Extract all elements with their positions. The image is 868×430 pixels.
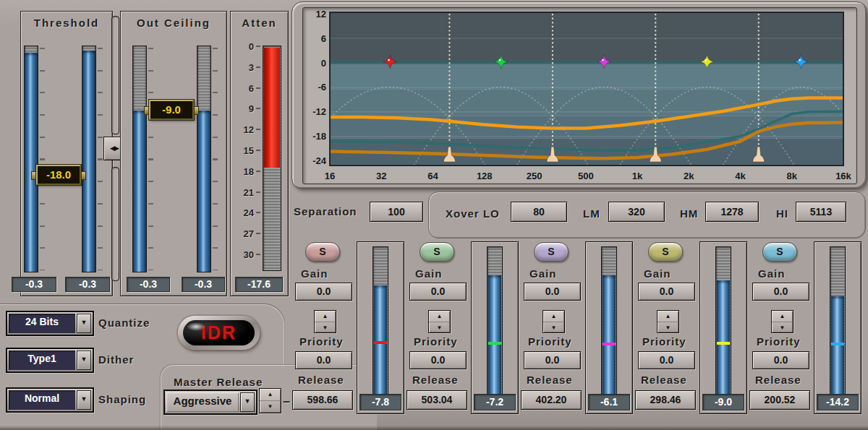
master-release-select[interactable]: Aggressive ▼ (163, 390, 258, 415)
band4-solo-button[interactable]: S (648, 242, 683, 262)
band2-gain-stepper[interactable]: ▲▼ (428, 310, 451, 333)
stepper-up-icon[interactable]: ▲ (260, 389, 281, 401)
band2-priority-field[interactable]: 0.0 (409, 351, 467, 369)
quantize-select[interactable]: 24 Bits ▼ (6, 311, 94, 336)
band3-release-field[interactable]: 402.20 (521, 390, 582, 410)
band3-gain-field[interactable]: 0.0 (524, 283, 581, 301)
band2-meter-marker (488, 342, 501, 345)
band5-meter-track (830, 246, 846, 395)
band4-priority-field[interactable]: 0.0 (638, 351, 695, 369)
stepper-up-icon[interactable]: ▲ (543, 311, 564, 322)
y-axis-tick-label: -24 (312, 155, 327, 166)
band3-meter: -6.1 (585, 241, 633, 414)
shaping-select[interactable]: Normal ▼ (6, 387, 94, 413)
bottom-shadow (0, 426, 868, 430)
threshold-fader-right[interactable] (82, 46, 96, 272)
dither-dropdown-arrow-icon[interactable]: ▼ (77, 351, 91, 370)
stepper-down-icon[interactable]: ▼ (772, 322, 793, 333)
quantize-label: Quantize (98, 317, 150, 329)
band1-release-label: Release (298, 374, 344, 386)
atten-scale-dash (256, 46, 260, 47)
x-axis-tick-label: 2k (684, 171, 694, 181)
atten-scale-tick: 3 (235, 62, 254, 73)
band4-gain-field[interactable]: 0.0 (638, 283, 695, 301)
dither-value: Type1 (9, 351, 75, 370)
xover-hm-field[interactable]: 1278 (705, 202, 759, 222)
out-ceiling-fader-left[interactable] (132, 46, 147, 272)
band4-meter: -9.0 (699, 241, 747, 414)
threshold-value-tag[interactable]: -18.0 (36, 165, 81, 185)
stepper-up-icon[interactable]: ▲ (772, 311, 793, 322)
band3-priority-field[interactable]: 0.0 (524, 351, 581, 369)
xover-hi-label: HI (776, 207, 788, 220)
xover-lo-field[interactable]: 80 (511, 202, 567, 222)
band5-release-field[interactable]: 200.52 (749, 390, 810, 410)
band1-meter-readout: -7.8 (359, 394, 401, 410)
shaping-dropdown-arrow-icon[interactable]: ▼ (77, 390, 91, 410)
stepper-down-icon[interactable]: ▼ (658, 322, 678, 333)
shaping-label: Shaping (98, 393, 146, 405)
quantize-dropdown-arrow-icon[interactable]: ▼ (77, 314, 91, 333)
out-ceiling-panel: Out Ceiling (120, 11, 227, 296)
out-ceiling-fader-right[interactable] (197, 46, 211, 272)
band1-priority-field[interactable]: 0.0 (295, 351, 352, 369)
band1-release-field[interactable]: 598.66 (292, 390, 353, 410)
band4-gain-label: Gain (644, 267, 671, 280)
graph-screen: 1260-6-12-18-241632641282505001k2k4k8k16… (302, 7, 857, 184)
band4-release-field[interactable]: 298.46 (635, 390, 696, 410)
stepper-down-icon[interactable]: ▼ (429, 322, 450, 333)
out-ceiling-value-tag[interactable]: -9.0 (149, 100, 194, 120)
separation-field[interactable]: 100 (370, 202, 423, 222)
stepper-up-icon[interactable]: ▲ (658, 311, 678, 322)
band2-meter-readout: -7.2 (474, 394, 516, 410)
atten-scale-dash (256, 129, 260, 130)
threshold-readout-right: -0.3 (65, 277, 110, 292)
threshold-scale-left (40, 48, 45, 270)
band2-release-field[interactable]: 503.04 (407, 390, 467, 410)
shaping-value: Normal (9, 390, 75, 410)
atten-scale-tick: 9 (235, 103, 254, 114)
x-axis-tick-label: 500 (578, 171, 594, 181)
band5-gain-field[interactable]: 0.0 (752, 283, 809, 301)
dither-select[interactable]: Type1 ▼ (6, 348, 94, 373)
x-axis-tick-label: 4k (735, 171, 746, 181)
band2-release-label: Release (412, 374, 459, 386)
stepper-down-icon[interactable]: ▼ (315, 322, 336, 333)
band2-gain-field[interactable]: 0.0 (409, 283, 467, 301)
atten-meter-fill (264, 48, 280, 168)
master-release-dropdown-arrow-icon[interactable]: ▼ (240, 392, 255, 412)
atten-scale-tick: 15 (235, 145, 254, 156)
atten-scale-dash (256, 192, 260, 193)
frequency-graph[interactable]: 1260-6-12-18-241632641282505001k2k4k8k16… (303, 8, 856, 184)
stepper-up-icon[interactable]: ▲ (315, 311, 336, 322)
master-release-stepper[interactable]: ▲ ▼ (259, 388, 281, 413)
band5-gain-stepper[interactable]: ▲▼ (771, 310, 793, 333)
threshold-fader-left[interactable] (24, 46, 38, 272)
band1-meter-track (373, 246, 388, 395)
band5-priority-field[interactable]: 0.0 (752, 351, 809, 369)
band1-gain-stepper[interactable]: ▲▼ (314, 310, 336, 333)
band5-meter: -14.2 (814, 241, 861, 414)
band3-priority-label: Priority (528, 335, 572, 348)
band3-solo-button[interactable]: S (534, 242, 569, 262)
atten-scale-tick: 6 (235, 83, 254, 94)
band3-gain-stepper[interactable]: ▲▼ (542, 310, 565, 333)
stepper-down-icon[interactable]: ▼ (260, 401, 281, 413)
stepper-up-icon[interactable]: ▲ (429, 311, 450, 322)
band3-meter-track (601, 246, 617, 395)
y-axis-tick-label: -18 (312, 131, 326, 142)
stepper-down-icon[interactable]: ▼ (543, 322, 564, 333)
xover-lm-field[interactable]: 320 (608, 202, 665, 222)
band4-gain-stepper[interactable]: ▲▼ (657, 310, 679, 333)
band1-gain-field[interactable]: 0.0 (295, 283, 352, 301)
quantize-value: 24 Bits (9, 314, 75, 333)
xover-hi-field[interactable]: 5113 (796, 202, 846, 222)
x-axis-tick-label: 8k (787, 171, 798, 181)
xover-label: Xover LO (446, 207, 500, 220)
y-axis-tick-label: 0 (321, 58, 326, 69)
band1-solo-button[interactable]: S (305, 242, 340, 262)
band2-solo-button[interactable]: S (420, 242, 454, 262)
band5-solo-button[interactable]: S (762, 242, 797, 262)
master-release-link-dash: – (283, 394, 291, 409)
band3-gain-label: Gain (529, 267, 556, 280)
